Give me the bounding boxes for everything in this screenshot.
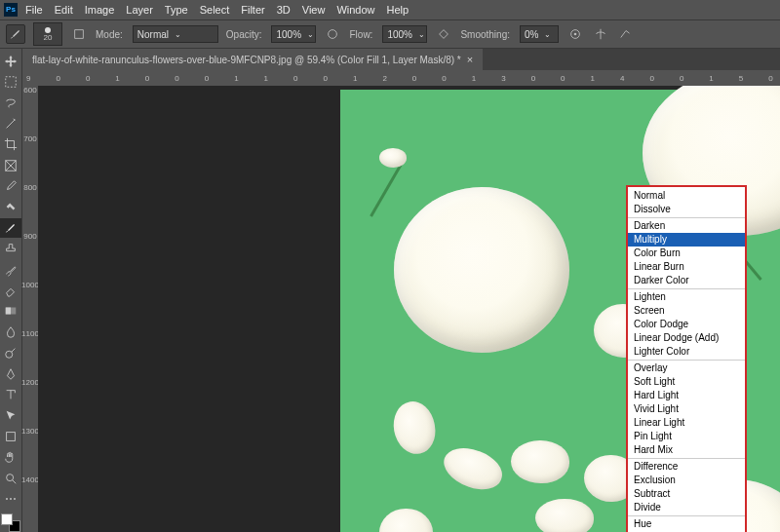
menu-image[interactable]: Image	[85, 4, 115, 16]
blend-option-exclusion[interactable]: Exclusion	[628, 474, 745, 487]
move-tool-icon[interactable]	[0, 52, 21, 70]
blend-option-dissolve[interactable]: Dissolve	[628, 203, 745, 216]
flow-value: 100%	[387, 29, 412, 40]
document-tabs: flat-lay-of-white-ranunculus-flowers-ove…	[22, 49, 780, 70]
smoothing-value: 0%	[525, 29, 538, 40]
menu-select[interactable]: Select	[200, 4, 230, 16]
brush-size-value: 20	[44, 33, 53, 42]
blend-option-hard-mix[interactable]: Hard Mix	[628, 443, 745, 457]
blend-mode-dropdown[interactable]: NormalDissolveDarkenMultiplyColor BurnLi…	[626, 185, 747, 532]
flow-label: Flow:	[349, 29, 372, 40]
zoom-tool-icon[interactable]	[0, 469, 21, 487]
blend-option-divide[interactable]: Divide	[628, 501, 745, 514]
ruler-vertical: 60070080090010001100120013001400	[22, 86, 38, 532]
path-select-icon[interactable]	[0, 406, 21, 425]
brush-settings-icon[interactable]	[70, 25, 88, 43]
toolbox: ⋯	[0, 49, 22, 532]
blend-option-linear-light[interactable]: Linear Light	[628, 416, 745, 430]
mode-select[interactable]: Normal⌄	[133, 25, 218, 43]
blend-option-color-burn[interactable]: Color Burn	[628, 247, 745, 260]
brush-tool-icon[interactable]	[0, 218, 21, 237]
edit-toolbar-icon[interactable]: ⋯	[0, 489, 21, 508]
menu-window[interactable]: Window	[336, 4, 374, 16]
shape-tool-icon[interactable]	[0, 427, 21, 445]
blend-option-subtract[interactable]: Subtract	[628, 487, 745, 501]
opacity-label: Opacity:	[226, 29, 262, 40]
blend-option-vivid-light[interactable]: Vivid Light	[628, 402, 745, 416]
marquee-tool-icon[interactable]	[0, 72, 21, 91]
active-tool-brush-icon[interactable]	[6, 24, 25, 44]
smoothing-select[interactable]: 0%⌄	[520, 25, 559, 43]
app-logo: Ps	[4, 3, 18, 17]
frame-tool-icon[interactable]	[0, 156, 21, 174]
pressure-size-icon[interactable]	[617, 25, 635, 43]
svg-rect-8	[7, 432, 16, 440]
blend-option-darker-color[interactable]: Darker Color	[628, 274, 745, 287]
opacity-select[interactable]: 100%⌄	[271, 25, 316, 43]
menu-filter[interactable]: Filter	[241, 4, 264, 16]
chevron-down-icon: ⌄	[418, 30, 425, 39]
blend-option-normal[interactable]: Normal	[628, 189, 745, 203]
blend-option-pin-light[interactable]: Pin Light	[628, 430, 745, 443]
svg-rect-6	[6, 308, 11, 315]
pressure-opacity-icon[interactable]	[324, 25, 341, 43]
menu-edit[interactable]: Edit	[55, 4, 73, 16]
flow-select[interactable]: 100%⌄	[382, 25, 427, 43]
wand-tool-icon[interactable]	[0, 114, 21, 133]
chevron-down-icon: ⌄	[544, 30, 551, 39]
menu-type[interactable]: Type	[165, 4, 188, 16]
menu-file[interactable]: File	[25, 4, 43, 16]
dodge-tool-icon[interactable]	[0, 343, 21, 361]
mode-value: Normal	[137, 29, 169, 40]
blend-option-darken[interactable]: Darken	[628, 219, 745, 233]
gradient-tool-icon[interactable]	[0, 302, 21, 321]
svg-point-2	[574, 33, 577, 36]
blend-option-hard-light[interactable]: Hard Light	[628, 389, 745, 402]
blend-option-hue[interactable]: Hue	[628, 517, 745, 531]
chevron-down-icon: ⌄	[307, 30, 314, 39]
menu-help[interactable]: Help	[387, 4, 410, 16]
blend-option-overlay[interactable]: Overlay	[628, 361, 745, 375]
document-tab[interactable]: flat-lay-of-white-ranunculus-flowers-ove…	[22, 49, 483, 70]
pen-tool-icon[interactable]	[0, 364, 21, 383]
blend-option-lighten[interactable]: Lighten	[628, 290, 745, 304]
svg-point-7	[6, 351, 13, 358]
ruler-horizontal: 900100011001200130014001500160017001800	[22, 70, 780, 86]
eyedropper-tool-icon[interactable]	[0, 176, 21, 195]
blur-tool-icon[interactable]	[0, 323, 21, 341]
svg-point-9	[7, 474, 14, 480]
smoothing-label: Smoothing:	[460, 29, 510, 40]
menu-3d[interactable]: 3D	[277, 4, 291, 16]
healing-tool-icon[interactable]	[0, 198, 21, 216]
hand-tool-icon[interactable]	[0, 447, 21, 466]
options-bar: 20 Mode: Normal⌄ Opacity: 100%⌄ Flow: 10…	[0, 19, 780, 49]
mode-label: Mode:	[96, 29, 123, 40]
svg-point-0	[329, 30, 337, 39]
symmetry-icon[interactable]	[592, 25, 609, 43]
fg-color-swatch[interactable]	[1, 513, 13, 525]
color-swatch[interactable]	[1, 513, 20, 532]
history-brush-icon[interactable]	[0, 260, 21, 279]
eraser-tool-icon[interactable]	[0, 281, 21, 299]
menubar: Ps File Edit Image Layer Type Select Fil…	[0, 0, 780, 19]
stamp-tool-icon[interactable]	[0, 240, 21, 258]
menu-view[interactable]: View	[302, 4, 326, 16]
menu-layer[interactable]: Layer	[126, 4, 153, 16]
blend-option-color-dodge[interactable]: Color Dodge	[628, 318, 745, 331]
type-tool-icon[interactable]	[0, 385, 21, 403]
chevron-down-icon: ⌄	[175, 30, 181, 39]
lasso-tool-icon[interactable]	[0, 94, 21, 112]
blend-option-lighter-color[interactable]: Lighter Color	[628, 345, 745, 359]
smoothing-options-icon[interactable]	[566, 25, 584, 43]
airbrush-icon[interactable]	[435, 25, 452, 43]
blend-option-screen[interactable]: Screen	[628, 304, 745, 318]
crop-tool-icon[interactable]	[0, 135, 21, 154]
blend-option-linear-dodge-add-[interactable]: Linear Dodge (Add)	[628, 331, 745, 345]
close-icon[interactable]: ×	[467, 54, 473, 65]
brush-preset-picker[interactable]: 20	[33, 22, 62, 46]
blend-option-linear-burn[interactable]: Linear Burn	[628, 260, 745, 274]
blend-option-difference[interactable]: Difference	[628, 460, 745, 474]
blend-option-multiply[interactable]: Multiply	[628, 233, 745, 247]
blend-option-soft-light[interactable]: Soft Light	[628, 375, 745, 389]
svg-rect-3	[6, 77, 17, 88]
